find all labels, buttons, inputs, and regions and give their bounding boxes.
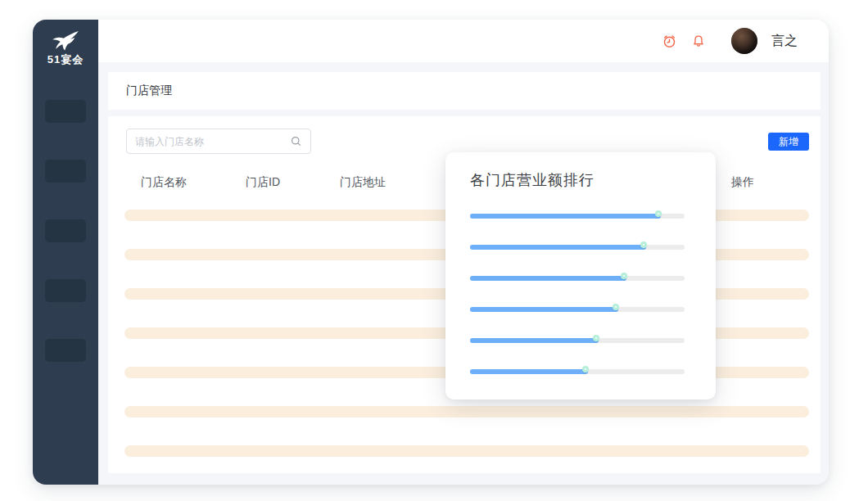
revenue-slider[interactable] [470,305,685,314]
table-header-store-id: 门店ID [246,175,280,190]
sidebar-menu-item-skeleton[interactable] [45,100,86,123]
sidebar-menu-item-skeleton[interactable] [45,160,86,183]
slider-fill [470,245,646,250]
alarm-clock-icon[interactable] [661,33,677,49]
store-search-box[interactable] [126,129,311,154]
table-header-actions: 操作 [731,175,754,190]
revenue-slider[interactable] [470,367,685,377]
slider-handle[interactable] [613,304,619,310]
table-row-skeleton [124,406,809,418]
table-header-store-name: 门店名称 [141,175,187,190]
revenue-slider[interactable] [470,336,685,345]
revenue-slider[interactable] [470,211,685,221]
slider-handle[interactable] [640,241,647,248]
search-input[interactable] [135,136,290,147]
page-title-panel: 门店管理 [108,72,821,110]
sidebar-menu-item-skeleton[interactable] [45,279,86,302]
slider-fill [470,307,618,312]
page-title: 门店管理 [126,84,172,98]
revenue-slider[interactable] [470,242,685,252]
brand-name: 51宴会 [33,52,98,67]
slider-fill [470,369,588,374]
slider-fill [470,214,661,219]
revenue-ranking-popup: 各门店营业额排行 [445,152,716,399]
table-row-skeleton [124,445,809,457]
brand-logo: 51宴会 [33,30,98,67]
sidebar: 51宴会 [33,20,98,485]
search-icon[interactable] [290,135,302,147]
slider-fill [470,338,599,343]
sidebar-menu-item-skeleton[interactable] [45,339,86,362]
sidebar-menu-item-skeleton[interactable] [45,219,86,242]
topbar: 言之 [98,20,829,62]
revenue-ranking-title: 各门店营业额排行 [470,170,594,190]
swallow-bird-icon [52,30,79,52]
table-header-store-address: 门店地址 [340,175,386,190]
add-store-button[interactable]: 新增 [768,133,809,151]
slider-fill [470,276,626,281]
bell-icon[interactable] [690,33,707,49]
user-name: 言之 [771,33,798,50]
revenue-slider[interactable] [470,273,685,283]
user-avatar[interactable] [731,28,757,54]
